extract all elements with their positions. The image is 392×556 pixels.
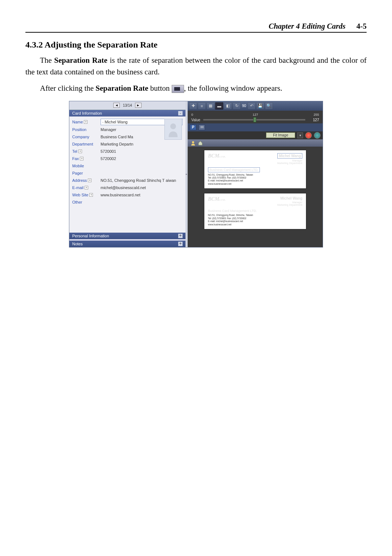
personal-information-header[interactable]: Personal Information + (69, 233, 185, 239)
department-label: Department (72, 142, 101, 146)
expand-icon[interactable]: + (85, 186, 88, 189)
prev-record-button[interactable]: ◄ (113, 103, 120, 108)
preview-mode-icon[interactable]: P (190, 124, 196, 130)
person-icon (191, 140, 196, 146)
list-view-icon[interactable]: ≡ (198, 102, 206, 110)
expand-icon[interactable]: + (178, 234, 183, 238)
email-value[interactable]: michel@businesscald.net (101, 185, 183, 190)
slider-label: Value (191, 118, 200, 122)
dropdown-arrow-icon[interactable]: ▾ (297, 132, 303, 138)
card-information-header[interactable]: Card Information - (69, 110, 185, 116)
card-company: Business Card Management LTD. (208, 209, 302, 213)
header-rule (25, 32, 367, 33)
home-icon (198, 140, 203, 146)
separation-rate-button[interactable]: ▬ (215, 102, 223, 110)
separation-slider-panel: 0 127 255 Value 127 (188, 111, 323, 123)
card-department: Marketing Department (277, 204, 302, 206)
text: After clicking the (40, 84, 95, 93)
card-name[interactable]: Michel Wang (277, 153, 302, 159)
slider-track[interactable] (203, 119, 305, 120)
expand-icon[interactable]: + (80, 157, 83, 160)
section-heading: 4.3.2 Adjusting the Separation Rate (25, 40, 367, 50)
thumbnail-strip[interactable] (188, 139, 323, 147)
department-value[interactable]: Marketing Departn (101, 142, 183, 146)
card-company[interactable]: Business Card Management LTD. (208, 167, 260, 172)
slider-min: 0 (191, 113, 193, 116)
card-department: Marketing Department (277, 162, 302, 164)
paragraph-2: After clicking the Separation Rate butto… (25, 83, 367, 94)
next-record-button[interactable]: ► (135, 103, 142, 108)
card-details: NO.51, Chenggong Road, Shinchu, Taiwan T… (208, 173, 302, 186)
section-label: Personal Information (72, 234, 109, 238)
slider-value: 127 (308, 118, 319, 122)
chapter-title: Chapter 4 Editing Cards (269, 22, 346, 31)
paragraph-1: The Separation Rate is the rate of separ… (25, 55, 367, 78)
separation-rate-button-icon (172, 85, 184, 93)
company-label: Company (72, 135, 101, 139)
apply-button-icon[interactable] (314, 132, 320, 139)
card-fields: Name+ ▫Michel Wang Position Manager Comp… (69, 116, 185, 207)
image-toolbar: ✚ ≡ ▦ ▬ ◧ ↻ 90 ↶ 💾 🔍 (188, 101, 323, 111)
card-preview-front: BCMLTD. Michel Wang Manager Marketing De… (204, 150, 306, 189)
notes-header[interactable]: Notes + (69, 241, 185, 247)
field-department: Department Marketing Departn (69, 140, 185, 148)
collapse-icon[interactable]: - (178, 111, 183, 115)
avatar-placeholder[interactable] (164, 119, 182, 140)
card-title: Manager (277, 159, 302, 162)
svg-point-1 (192, 141, 194, 143)
slider-mid: 127 (253, 113, 258, 116)
card-details: NO.51, Chenggong Road, Shinchu, Taiwan T… (208, 214, 302, 226)
tel-value[interactable]: 5720001 (101, 149, 183, 154)
revert-icon[interactable]: ↶ (248, 102, 256, 110)
text: The (40, 56, 54, 65)
record-counter: 13/14 (123, 103, 132, 107)
svg-point-0 (170, 123, 176, 129)
website-value[interactable]: www.businesscard.net (101, 193, 183, 197)
website-label: Web Site + (72, 193, 101, 197)
address-label: Address + (72, 178, 101, 183)
page-number: 4-5 (356, 22, 367, 31)
card-title: Manager (277, 201, 302, 204)
field-fax: Fax + 5720002 (69, 155, 185, 162)
mail-preview-icon[interactable]: ✉ (199, 124, 205, 130)
grid-view-icon[interactable]: ▦ (207, 102, 215, 110)
fit-bar: Fit Image ▾ (188, 131, 323, 139)
address-value[interactable]: NO.51, Chenggong Road Shinchq T aiwan (101, 178, 183, 183)
expand-icon[interactable]: + (89, 193, 93, 197)
expand-icon[interactable]: + (84, 120, 87, 124)
field-address: Address + NO.51, Chenggong Road Shinchq … (69, 177, 185, 184)
fit-image-button[interactable]: Fit Image (266, 132, 295, 138)
field-email: E-mail + michel@businesscald.net (69, 184, 185, 191)
slider-thumb[interactable] (253, 117, 256, 122)
name-label: Name+ (72, 120, 101, 124)
mobile-label: Mobile (72, 164, 101, 168)
app-window: ◄ 13/14 ► Card Information - Name+ ▫Mich… (69, 101, 323, 248)
card-preview-area: BCMLTD. Michel Wang Manager Marketing De… (188, 147, 323, 247)
card-logo: BCMLTD. (208, 196, 226, 202)
field-other: Other (69, 199, 185, 206)
add-button-icon[interactable]: ✚ (189, 102, 197, 110)
text: , the following window appears. (184, 84, 282, 93)
zoom-icon[interactable]: 🔍 (265, 102, 273, 110)
expand-icon[interactable]: + (88, 179, 91, 182)
position-label: Position (72, 127, 101, 132)
expand-icon[interactable]: + (78, 150, 82, 153)
preview-toggle-bar: P ✉ (188, 123, 323, 131)
person-icon (167, 121, 180, 137)
rotate-icon[interactable]: ↻ (233, 102, 241, 110)
email-label: E-mail + (72, 185, 101, 190)
record-nav: ◄ 13/14 ► (69, 101, 185, 110)
rotation-value: 90 (241, 104, 247, 108)
save-icon[interactable]: 💾 (256, 102, 264, 110)
field-tel: Tel + 5720001 (69, 148, 185, 155)
other-label: Other (72, 200, 101, 204)
expand-icon[interactable]: + (178, 242, 183, 246)
contrast-icon[interactable]: ◧ (224, 102, 232, 110)
fax-value[interactable]: 5720002 (101, 156, 183, 161)
close-button-icon[interactable] (305, 132, 312, 139)
card-logo: BCMLTD. (208, 153, 226, 159)
field-pager: Pager (69, 169, 185, 177)
left-panel: ◄ 13/14 ► Card Information - Name+ ▫Mich… (69, 101, 185, 247)
pager-label: Pager (72, 171, 101, 175)
text: button (148, 84, 172, 93)
